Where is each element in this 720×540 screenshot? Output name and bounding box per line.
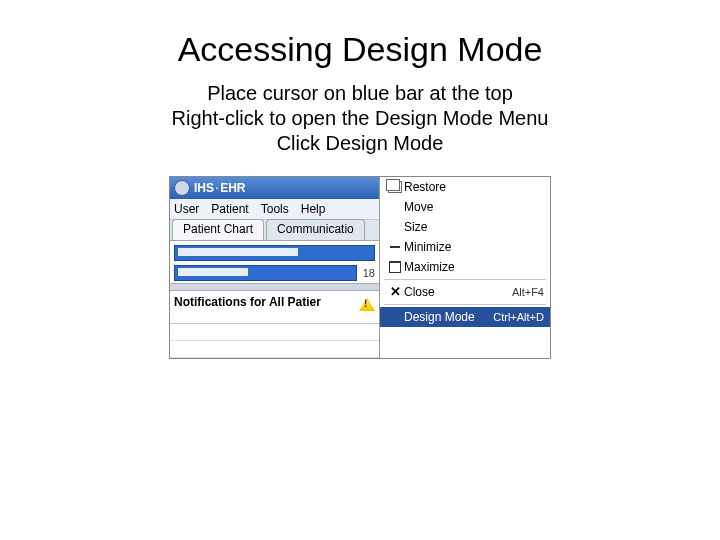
list-item[interactable] — [170, 341, 379, 358]
slide-title: Accessing Design Mode — [0, 30, 720, 69]
close-icon: ✕ — [390, 286, 401, 298]
age-fragment: 18 — [363, 267, 375, 279]
list-item[interactable] — [170, 324, 379, 341]
ctx-restore[interactable]: Restore — [380, 177, 550, 197]
patient-name-bar[interactable] — [174, 245, 375, 261]
window-titlebar[interactable]: IHS • EHR — [170, 177, 379, 199]
instruction-line: Right-click to open the Design Mode Menu — [172, 107, 549, 129]
patient-dob-bar[interactable] — [174, 265, 357, 281]
menu-patient[interactable]: Patient — [211, 202, 248, 216]
notifications-list — [170, 324, 379, 358]
app-name: IHS — [194, 181, 214, 195]
notifications-title: Notifications for All Patier — [174, 295, 321, 309]
notifications-header: Notifications for All Patier — [170, 291, 379, 324]
splitter-bar[interactable] — [170, 283, 379, 291]
instruction-line: Click Design Mode — [277, 132, 444, 154]
context-menu: Restore Move Size Minimize Maximize ✕ Cl… — [380, 177, 550, 358]
ctx-separator — [384, 279, 546, 280]
title-separator: • — [216, 185, 218, 191]
app-logo-icon — [174, 180, 190, 196]
ctx-design-mode[interactable]: Design Mode Ctrl+Alt+D — [380, 307, 550, 327]
ctx-move[interactable]: Move — [380, 197, 550, 217]
app-window: IHS • EHR User Patient Tools Help Patien… — [170, 177, 380, 358]
restore-icon — [388, 181, 402, 193]
ctx-close[interactable]: ✕ Close Alt+F4 — [380, 282, 550, 302]
patient-demographics-row: 18 — [170, 265, 379, 283]
tab-communication[interactable]: Communicatio — [266, 219, 365, 240]
menu-help[interactable]: Help — [301, 202, 326, 216]
minimize-icon — [390, 246, 400, 248]
instruction-line: Place cursor on blue bar at the top — [207, 82, 513, 104]
ctx-minimize[interactable]: Minimize — [380, 237, 550, 257]
tab-strip: Patient Chart Communicatio — [170, 220, 379, 241]
maximize-icon — [389, 261, 401, 273]
embedded-screenshot: IHS • EHR User Patient Tools Help Patien… — [169, 176, 551, 359]
menu-tools[interactable]: Tools — [261, 202, 289, 216]
ctx-separator — [384, 304, 546, 305]
slide-instructions: Place cursor on blue bar at the top Righ… — [0, 81, 720, 156]
warning-icon — [359, 297, 375, 311]
menubar: User Patient Tools Help — [170, 199, 379, 220]
tab-patient-chart[interactable]: Patient Chart — [172, 219, 264, 240]
app-module: EHR — [220, 181, 245, 195]
menu-user[interactable]: User — [174, 202, 199, 216]
ctx-maximize[interactable]: Maximize — [380, 257, 550, 277]
ctx-size[interactable]: Size — [380, 217, 550, 237]
